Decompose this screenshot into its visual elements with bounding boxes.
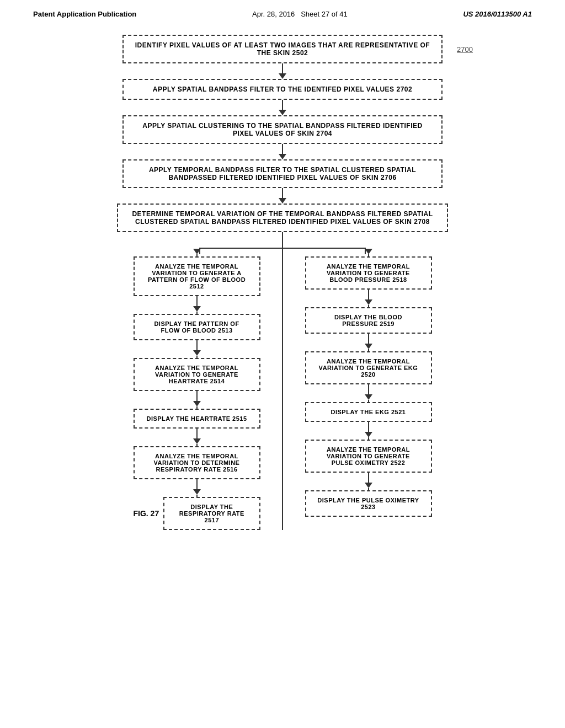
box-2523: DISPLAY THE PULSE OXIMETRY 2523 xyxy=(305,490,432,517)
conn-r10 xyxy=(368,473,369,483)
arrow-right-5 xyxy=(365,432,372,437)
arrow-right-3 xyxy=(365,344,372,349)
conn-r2 xyxy=(368,290,369,299)
header-date: Apr. 28, 2016 xyxy=(252,10,295,18)
arrow-1 xyxy=(279,73,286,79)
arrow-left-3 xyxy=(193,350,201,356)
two-col-container: ANALYZE THE TEMPORAL VARIATION TO GENERA… xyxy=(117,249,448,530)
split-v-center xyxy=(282,232,283,249)
conn-l2 xyxy=(196,296,198,306)
split-h-line xyxy=(200,248,365,249)
split-v-right xyxy=(365,248,366,254)
header-publication: Patent Application Publication xyxy=(33,10,136,18)
conn-r4 xyxy=(368,334,369,344)
conn-r6 xyxy=(368,384,369,394)
arrow-right-6 xyxy=(365,483,372,488)
arrow-left-2 xyxy=(193,306,201,312)
arrow-left-4 xyxy=(193,401,201,406)
left-column: ANALYZE THE TEMPORAL VARIATION TO GENERA… xyxy=(117,249,283,530)
box-2521: DISPLAY THE EKG 2521 xyxy=(305,402,432,422)
arrow-4 xyxy=(279,198,286,204)
header-date-sheet: Apr. 28, 2016 Sheet 27 of 41 xyxy=(252,10,348,18)
header-sheet: Sheet 27 of 41 xyxy=(301,10,348,18)
box-2702: APPLY SPATIAL BANDPASS FILTER TO THE IDE… xyxy=(122,79,443,100)
conn-l10 xyxy=(196,479,198,489)
connector-v4 xyxy=(282,188,283,198)
conn-r8 xyxy=(368,422,369,432)
right-column: ANALYZE THE TEMPORAL VARIATION TO GENERA… xyxy=(283,249,448,517)
box-2517: DISPLAY THE RESPIRATORY RATE 2517 xyxy=(163,497,260,530)
arrow-left-6 xyxy=(193,489,201,495)
box-2706: APPLY TEMPORAL BANDPASS FILTER TO THE SP… xyxy=(122,159,443,188)
diagram-area: IDENTIFY PIXEL VALUES OF AT LEAST TWO IM… xyxy=(0,24,565,547)
conn-l6 xyxy=(196,391,198,401)
box-2512: ANALYZE THE TEMPORAL VARIATION TO GENERA… xyxy=(134,256,260,296)
split-connector xyxy=(117,232,448,249)
box-2519: DISPLAY THE BLOOD PRESSURE 2519 xyxy=(305,307,432,334)
box-2518: ANALYZE THE TEMPORAL VARIATION TO GENERA… xyxy=(305,256,432,290)
page-header: Patent Application Publication Apr. 28, … xyxy=(0,0,565,24)
box-2520: ANALYZE THE TEMPORAL VARIATION TO GENERA… xyxy=(305,351,432,384)
box-2513: DISPLAY THE PATTERN OF FLOW OF BLOOD 251… xyxy=(134,314,260,340)
connector-v3 xyxy=(282,144,283,154)
connector-v2 xyxy=(282,100,283,110)
conn-l8 xyxy=(196,429,198,438)
box-2516: ANALYZE THE TEMPORAL VARIATION TO DETERM… xyxy=(134,446,260,479)
box-2517-row: FIG. 27 DISPLAY THE RESPIRATORY RATE 251… xyxy=(134,497,260,530)
box-2502: IDENTIFY PIXEL VALUES OF AT LEAST TWO IM… xyxy=(122,35,443,63)
box-2522: ANALYZE THE TEMPORAL VARIATION TO GENERA… xyxy=(305,440,432,473)
box-2514: ANALYZE THE TEMPORAL VARIATION TO GENERA… xyxy=(134,358,260,391)
arrow-left-5 xyxy=(193,438,201,444)
connector-v1 xyxy=(282,63,283,73)
box-2708: DETERMINE TEMPORAL VARIATION OF THE TEMP… xyxy=(117,204,448,232)
fig-label: FIG. 27 xyxy=(134,509,159,518)
split-v-left xyxy=(199,248,200,254)
box-2704: APPLY SPATIAL CLUSTERING TO THE SPATIAL … xyxy=(122,115,443,144)
ref-2700: 2700 xyxy=(457,45,473,53)
header-patent-num: US 2016/0113500 A1 xyxy=(463,10,532,18)
conn-l4 xyxy=(196,340,198,350)
arrow-2 xyxy=(279,110,286,115)
arrow-3 xyxy=(279,154,286,159)
box-2515: DISPLAY THE HEARTRATE 2515 xyxy=(134,409,260,429)
arrow-right-2 xyxy=(365,299,372,305)
arrow-right-4 xyxy=(365,394,372,400)
